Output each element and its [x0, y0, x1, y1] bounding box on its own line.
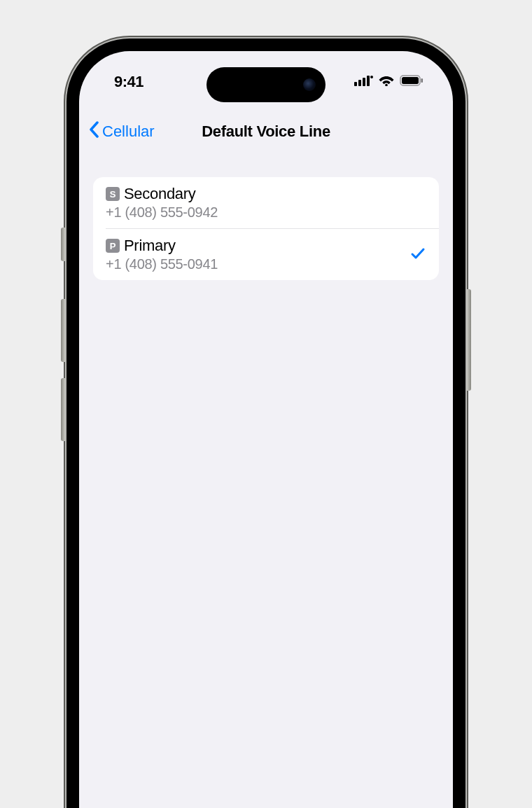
svg-point-5 — [385, 84, 388, 86]
svg-rect-0 — [354, 82, 357, 86]
screen: 9:41 — [79, 51, 453, 808]
line-number: +1 (408) 555-0941 — [106, 256, 410, 272]
page-title: Default Voice Line — [202, 123, 330, 141]
line-label: Primary — [124, 237, 176, 255]
sim-badge-secondary-icon: S — [106, 187, 120, 201]
wifi-icon — [379, 75, 394, 89]
back-label: Cellular — [102, 123, 155, 141]
sim-badge-primary-icon: P — [106, 239, 120, 253]
chevron-left-icon — [89, 121, 99, 142]
content-area: S Secondary +1 (408) 555-0942 P Primary — [93, 177, 439, 280]
status-time: 9:41 — [114, 73, 144, 91]
line-option-primary[interactable]: P Primary +1 (408) 555-0941 — [93, 228, 439, 280]
checkmark-icon — [410, 245, 426, 265]
svg-rect-8 — [421, 78, 424, 83]
back-button[interactable]: Cellular — [89, 121, 155, 142]
svg-rect-7 — [402, 77, 419, 84]
line-label: Secondary — [124, 185, 195, 203]
voice-line-list: S Secondary +1 (408) 555-0942 P Primary — [93, 177, 439, 280]
line-number: +1 (408) 555-0942 — [106, 204, 426, 221]
line-option-secondary[interactable]: S Secondary +1 (408) 555-0942 — [93, 177, 439, 228]
svg-rect-1 — [358, 80, 361, 86]
navigation-bar: Cellular Default Voice Line — [79, 111, 453, 152]
status-bar: 9:41 — [79, 51, 453, 107]
battery-icon — [400, 75, 424, 89]
svg-point-4 — [370, 76, 373, 78]
svg-rect-2 — [363, 78, 365, 86]
phone-side-button-right — [467, 289, 471, 391]
phone-frame: 9:41 — [66, 39, 465, 808]
svg-rect-3 — [367, 76, 370, 86]
cellular-signal-icon — [354, 75, 373, 89]
